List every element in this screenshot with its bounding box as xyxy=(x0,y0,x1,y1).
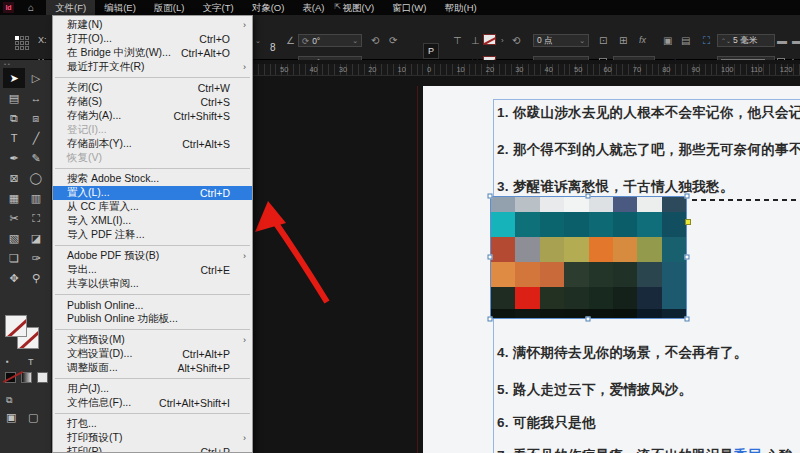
baseline-options-icon[interactable]: ▤ xyxy=(681,34,690,47)
file-menu-item-3[interactable]: 最近打开文件(R)› xyxy=(53,60,252,74)
align-bottom-icon[interactable]: ⊥ xyxy=(471,34,480,47)
file-menu-item-33[interactable]: 打印预设(T)› xyxy=(53,431,252,445)
file-menu-item-23[interactable]: Publish Online 功能板... xyxy=(53,312,252,326)
fill-none-swatch[interactable] xyxy=(483,34,496,45)
frame-handle[interactable] xyxy=(586,317,591,322)
menubar-item-8[interactable]: 帮助(H) xyxy=(435,0,485,15)
menubar-item-3[interactable]: 文字(T) xyxy=(193,0,242,15)
screen-mode-preview-icon[interactable]: ▢ xyxy=(28,407,38,427)
menubar-item-5[interactable]: 表(A) xyxy=(293,0,333,15)
document-text-line[interactable]: 6. 可能我只是他 xyxy=(497,414,800,432)
frame-handle[interactable] xyxy=(586,194,591,199)
zoom-tool-icon[interactable]: ⚲ xyxy=(25,268,47,288)
file-menu-item-20[interactable]: 共享以供审阅... xyxy=(53,277,252,291)
file-menu-item-10[interactable]: 恢复(V) xyxy=(53,151,252,165)
document-text-line[interactable]: 3. 梦醒谁诉离愁恨，千古情人独我愁。 xyxy=(497,178,800,196)
content-placer-tool-icon[interactable]: ⧈ xyxy=(25,108,47,128)
home-icon[interactable]: ⌂ xyxy=(28,2,34,13)
document-text-line[interactable]: 1. 你跋山涉水去见的人根本不会牢记你，他只会记得自己跋 xyxy=(497,104,800,122)
file-menu-item-14[interactable]: 从 CC 库置入... xyxy=(53,200,252,214)
rotate-ccw-icon[interactable]: ⟲ xyxy=(371,34,379,47)
reference-point-proxy-icon[interactable] xyxy=(15,36,29,50)
line-tool-icon[interactable]: ╱ xyxy=(25,128,47,148)
pencil-tool-icon[interactable]: ✎ xyxy=(25,148,47,168)
document-text-line[interactable]: 7. 看不见的伤疤最疼，流不出的眼泪最委屈 心酸，一个人 xyxy=(497,447,800,453)
file-menu-item-1[interactable]: 打开(O)...Ctrl+O xyxy=(53,32,252,46)
fit-content-icon[interactable]: ⊡ xyxy=(599,34,607,47)
content-collector-tool-icon[interactable]: ⧉ xyxy=(3,108,25,128)
constrain-proportions-icon[interactable]: 8 xyxy=(270,41,276,54)
menubar-item-4[interactable]: 对象(O) xyxy=(243,0,294,15)
document-text-line[interactable]: 2. 那个得不到的人就忘了吧，那些无可奈何的事不如算了。 xyxy=(497,141,800,159)
file-menu-item-12[interactable]: 搜索 Adobe Stock... xyxy=(53,172,252,186)
workspace-icon[interactable]: ⇲ xyxy=(350,2,361,12)
apply-none-button[interactable] xyxy=(37,372,48,383)
menubar-item-0[interactable]: 文件(F) xyxy=(46,0,95,15)
corner-options-handle[interactable] xyxy=(685,219,691,225)
frame-handle[interactable] xyxy=(685,194,690,199)
note-tool-icon[interactable]: ❏ xyxy=(3,248,25,268)
formatting-text-icon[interactable]: T xyxy=(28,352,34,372)
text-wrap-offset-field[interactable]: 0 点⌄ xyxy=(533,34,589,47)
rectangle-tool-icon[interactable]: ▦ xyxy=(3,188,25,208)
document-text-line[interactable]: 5. 路人走过云下，爱情披风沙。 xyxy=(497,381,800,399)
rotate-small-icon[interactable]: ⟲ xyxy=(512,34,520,47)
file-menu-item-16[interactable]: 导入 PDF 注释... xyxy=(53,228,252,242)
file-menu-item-34[interactable]: 打印(P)...Ctrl+P xyxy=(53,445,252,453)
window-arrange-icon[interactable]: ⇱ xyxy=(332,2,343,12)
corner-options-icon[interactable]: ⛶ xyxy=(703,34,710,47)
apply-gradient-button[interactable] xyxy=(21,372,32,383)
direct-selection-tool-icon[interactable]: ▷ xyxy=(25,68,47,88)
text-frame-options-icon[interactable]: ▣ xyxy=(663,34,672,47)
file-menu-item-8[interactable]: 登记(I)... xyxy=(53,123,252,137)
auto-fit-icon[interactable]: fx xyxy=(639,34,646,47)
gradient-feather-tool-icon[interactable]: ◪ xyxy=(25,228,47,248)
file-menu-item-7[interactable]: 存储为(A)...Ctrl+Shift+S xyxy=(53,109,252,123)
scissors-tool-icon[interactable]: ✂ xyxy=(3,208,25,228)
screen-mode-normal-icon[interactable]: ▣ xyxy=(6,407,16,427)
pen-tool-icon[interactable]: ✒ xyxy=(3,148,25,168)
file-menu-item-19[interactable]: 导出...Ctrl+E xyxy=(53,263,252,277)
document-text-line[interactable]: 4. 满怀期待去见你的场景，不会再有了。 xyxy=(497,344,800,362)
corner-size-field[interactable]: ⌃⌄ 5 毫米 xyxy=(717,34,775,47)
file-menu-item-26[interactable]: 文档设置(D)...Ctrl+Alt+P xyxy=(53,347,252,361)
type-tool-icon[interactable]: T xyxy=(3,128,25,148)
fit-frame-icon[interactable]: ⊞ xyxy=(619,34,627,47)
file-menu-item-29[interactable]: 用户(J)... xyxy=(53,382,252,396)
file-menu-item-5[interactable]: 关闭(C)Ctrl+W xyxy=(53,81,252,95)
menubar-item-1[interactable]: 编辑(E) xyxy=(95,0,145,15)
placed-image-frame[interactable] xyxy=(490,196,687,319)
file-menu-item-9[interactable]: 存储副本(Y)...Ctrl+Alt+S xyxy=(53,137,252,151)
page-tool-icon[interactable]: ▤ xyxy=(3,88,25,108)
object-states-icon[interactable]: ▬ xyxy=(777,34,787,47)
file-menu-item-32[interactable]: 打包... xyxy=(53,417,252,431)
eyedropper-tool-icon[interactable]: ✑ xyxy=(25,248,47,268)
frame-handle[interactable] xyxy=(685,255,690,260)
object-export-icon[interactable]: ▬ xyxy=(792,34,800,47)
file-menu-item-30[interactable]: 文件信息(F)...Ctrl+Alt+Shift+I xyxy=(53,396,252,410)
frame-handle[interactable] xyxy=(488,255,493,260)
gradient-swatch-tool-icon[interactable]: ▧ xyxy=(3,228,25,248)
gap-tool-icon[interactable]: ↔ xyxy=(25,88,47,108)
frame-handle[interactable] xyxy=(488,194,493,199)
file-menu-item-22[interactable]: Publish Online... xyxy=(53,298,252,312)
menubar-item-2[interactable]: 版面(L) xyxy=(145,0,194,15)
selection-tool-icon[interactable]: ➤ xyxy=(3,68,25,88)
file-menu-item-2[interactable]: 在 Bridge 中浏览(W)...Ctrl+Alt+O xyxy=(53,46,252,60)
frame-tool-icon[interactable]: ⊠ xyxy=(3,168,25,188)
menubar-item-7[interactable]: 窗口(W) xyxy=(383,0,435,15)
rotation-angle-field[interactable]: ⟳ 0°⌄ xyxy=(298,34,362,47)
file-menu-item-25[interactable]: 文档预设(M)› xyxy=(53,333,252,347)
chevron-right-icon[interactable]: › xyxy=(501,34,504,47)
file-menu-item-13[interactable]: 置入(L)...Ctrl+D xyxy=(53,186,252,200)
align-top-icon[interactable]: ⊤ xyxy=(453,34,462,47)
file-menu-item-27[interactable]: 调整版面...Alt+Shift+P xyxy=(53,361,252,375)
frame-handle[interactable] xyxy=(488,317,493,322)
hand-tool-icon[interactable]: ✥ xyxy=(3,268,25,288)
rotate-cw-icon[interactable]: ⟳ xyxy=(389,34,397,47)
free-transform-tool-icon[interactable]: ⛶ xyxy=(25,208,47,228)
panel-grip-icon[interactable]: • • xyxy=(0,60,51,68)
file-menu-item-0[interactable]: 新建(N)› xyxy=(53,18,252,32)
frame-handle[interactable] xyxy=(685,317,690,322)
file-menu-item-15[interactable]: 导入 XML(I)... xyxy=(53,214,252,228)
